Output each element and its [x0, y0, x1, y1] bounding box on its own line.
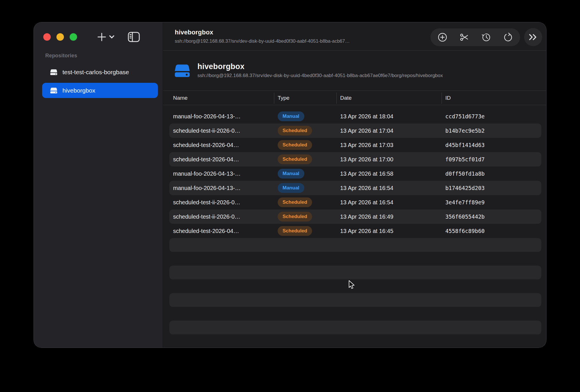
- type-badge: Scheduled: [278, 226, 312, 236]
- window-title: hiveborgbox: [175, 29, 213, 36]
- table-row[interactable]: manual-foo-2026-04-13-…Manual13 Apr 2026…: [169, 181, 541, 195]
- repository-title: hiveborgbox: [197, 62, 443, 71]
- archive-date: 13 Apr 2026 at 17:04: [336, 128, 442, 134]
- column-divider: [274, 93, 274, 104]
- window-controls: [43, 33, 77, 41]
- empty-row: [169, 238, 541, 252]
- table-body: manual-foo-2026-04-13-…Manual13 Apr 2026…: [169, 109, 541, 348]
- empty-row: [169, 279, 541, 293]
- toolbar-overflow-button[interactable]: [524, 28, 542, 46]
- sidebar-item-test-test-carlos-borgbase[interactable]: test-test-carlos-borgbase: [42, 64, 158, 80]
- archive-type-cell: Scheduled: [274, 226, 336, 236]
- archive-id: b14b7ec9e5b2: [442, 128, 541, 134]
- window-subtitle-url: ssh://borg@192.168.68.37/srv/dev-disk-by…: [175, 38, 350, 44]
- archive-type-cell: Scheduled: [274, 197, 336, 207]
- empty-row: [169, 334, 541, 348]
- table-row[interactable]: scheduled-test-2026-04…Scheduled13 Apr 2…: [169, 152, 541, 166]
- app-window: Repositories test-test-carlos-borgbase: [34, 22, 546, 348]
- type-badge: Scheduled: [278, 154, 312, 164]
- archive-name: manual-foo-2026-04-13-…: [169, 185, 274, 191]
- sidebar-item-label: test-test-carlos-borgbase: [62, 69, 129, 76]
- archive-date: 13 Apr 2026 at 18:04: [336, 113, 442, 120]
- history-clock-icon[interactable]: [481, 32, 491, 42]
- table-header: Name Type Date ID: [163, 91, 546, 105]
- type-badge: Scheduled: [278, 140, 312, 150]
- type-badge: Manual: [278, 183, 304, 193]
- archive-type-cell: Scheduled: [274, 154, 336, 164]
- archive-date: 13 Apr 2026 at 16:45: [336, 228, 442, 234]
- add-repository-button[interactable]: [92, 31, 115, 43]
- archive-id: f097b5cf01d7: [442, 156, 541, 162]
- archive-id: b1746425d203: [442, 185, 541, 191]
- minimize-button[interactable]: [56, 33, 64, 41]
- repository-drive-icon: [174, 63, 191, 78]
- column-divider: [336, 93, 337, 104]
- type-badge: Manual: [278, 169, 304, 179]
- archive-date: 13 Apr 2026 at 17:03: [336, 142, 442, 148]
- archive-name: scheduled-test-ii-2026-0…: [169, 128, 274, 134]
- zoom-button[interactable]: [70, 33, 77, 41]
- type-badge: Scheduled: [278, 197, 312, 207]
- archive-type-cell: Manual: [274, 169, 336, 179]
- type-badge: Scheduled: [278, 212, 312, 222]
- external-drive-icon: [50, 87, 58, 94]
- table-row[interactable]: scheduled-test-ii-2026-0…Scheduled13 Apr…: [169, 209, 541, 224]
- archive-id: d45bf1414d63: [442, 142, 541, 148]
- type-badge: Manual: [278, 111, 304, 121]
- archive-name: scheduled-test-ii-2026-0…: [169, 199, 274, 206]
- empty-row: [169, 321, 541, 334]
- archive-date: 13 Apr 2026 at 17:00: [336, 156, 442, 163]
- type-badge: Scheduled: [278, 126, 312, 136]
- archive-type-cell: Manual: [274, 111, 336, 121]
- table-row[interactable]: scheduled-test-ii-2026-0…Scheduled13 Apr…: [169, 195, 541, 209]
- table-row[interactable]: scheduled-test-2026-04…Scheduled13 Apr 2…: [169, 138, 541, 152]
- archive-type-cell: Scheduled: [274, 140, 336, 150]
- archive-date: 13 Apr 2026 at 16:58: [336, 170, 442, 177]
- sidebar-toggle-icon: [127, 31, 140, 43]
- table-row[interactable]: manual-foo-2026-04-13-…Manual13 Apr 2026…: [169, 109, 541, 124]
- scissors-icon[interactable]: [459, 32, 469, 42]
- close-button[interactable]: [43, 33, 51, 41]
- desktop-background: Repositories test-test-carlos-borgbase: [0, 0, 580, 392]
- toolbar: [430, 28, 520, 46]
- sidebar-section-label: Repositories: [45, 53, 77, 59]
- repository-url: ssh://borg@192.168.68.37/srv/dev-disk-by…: [197, 73, 443, 79]
- archive-id: d0ff50fd1a8b: [442, 170, 541, 177]
- archive-id: 356f6055442b: [442, 213, 541, 220]
- plus-icon: [92, 31, 115, 43]
- external-drive-icon: [50, 69, 58, 75]
- empty-row: [169, 293, 541, 307]
- repository-header: hiveborgbox ssh://borg@192.168.68.37/srv…: [174, 62, 443, 79]
- chevron-double-right-icon: [528, 32, 538, 42]
- table-row[interactable]: manual-foo-2026-04-13-…Manual13 Apr 2026…: [169, 166, 541, 181]
- archive-type-cell: Scheduled: [274, 212, 336, 222]
- column-header-id[interactable]: ID: [442, 95, 541, 101]
- column-header-name[interactable]: Name: [169, 95, 274, 101]
- column-header-type[interactable]: Type: [274, 95, 336, 101]
- main-content: hiveborgbox ssh://borg@192.168.68.37/srv…: [163, 22, 546, 348]
- toggle-sidebar-button[interactable]: [127, 31, 140, 43]
- table-row[interactable]: scheduled-test-2026-04…Scheduled13 Apr 2…: [169, 224, 541, 238]
- archive-type-cell: Manual: [274, 183, 336, 193]
- archive-date: 13 Apr 2026 at 16:49: [336, 213, 442, 220]
- empty-row: [169, 307, 541, 321]
- archive-date: 13 Apr 2026 at 16:54: [336, 199, 442, 206]
- archive-type-cell: Scheduled: [274, 126, 336, 136]
- column-header-date[interactable]: Date: [336, 95, 442, 101]
- refresh-icon[interactable]: [503, 32, 513, 42]
- archive-name: scheduled-test-2026-04…: [169, 156, 274, 163]
- titlebar: hiveborgbox ssh://borg@192.168.68.37/srv…: [163, 22, 546, 51]
- archive-id: 4558f6c89b60: [442, 228, 541, 234]
- archive-id: ccd751d6773e: [442, 113, 541, 119]
- archive-date: 13 Apr 2026 at 16:54: [336, 185, 442, 191]
- sidebar-item-label: hiveborgbox: [62, 87, 95, 94]
- archive-name: scheduled-test-2026-04…: [169, 228, 274, 234]
- sidebar: Repositories test-test-carlos-borgbase: [34, 22, 163, 348]
- empty-row: [169, 266, 541, 279]
- archive-name: manual-foo-2026-04-13-…: [169, 113, 274, 120]
- sidebar-item-hiveborgbox[interactable]: hiveborgbox: [42, 83, 158, 98]
- add-circle-icon[interactable]: [437, 32, 448, 42]
- empty-row: [169, 252, 541, 266]
- table-row[interactable]: scheduled-test-ii-2026-0…Scheduled13 Apr…: [169, 124, 541, 138]
- archive-name: scheduled-test-2026-04…: [169, 142, 274, 148]
